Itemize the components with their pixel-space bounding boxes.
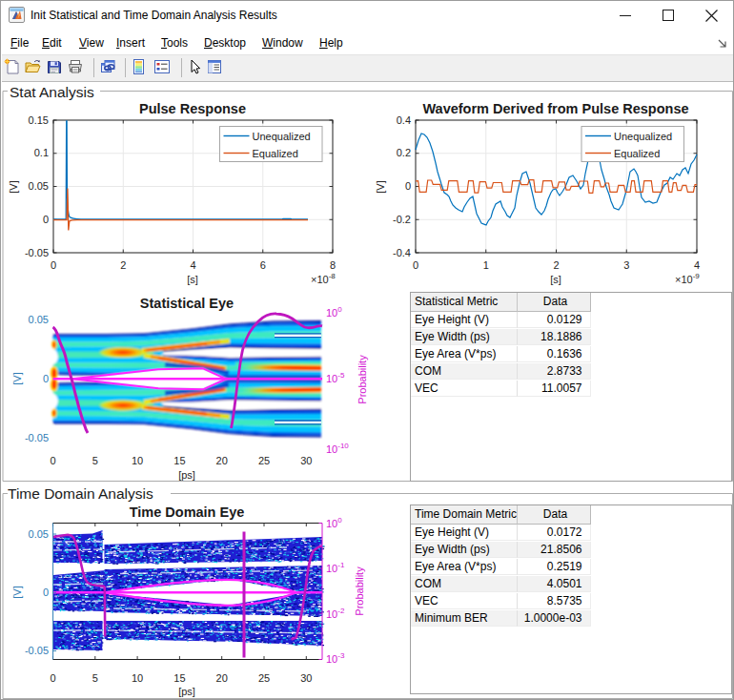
svg-text:0: 0: [43, 214, 49, 225]
svg-text:Waveform Derived from Pulse Re: Waveform Derived from Pulse Response: [422, 101, 688, 116]
svg-text:0.1: 0.1: [34, 147, 49, 158]
svg-text:Unequalized: Unequalized: [614, 131, 672, 142]
svg-text:0.15: 0.15: [29, 114, 49, 126]
svg-text:5: 5: [92, 672, 98, 684]
svg-text:20: 20: [216, 455, 228, 466]
svg-text:[V]: [V]: [11, 586, 23, 598]
svg-text:10: 10: [132, 455, 143, 466]
svg-text:5: 5: [92, 455, 98, 466]
svg-text:10-10: 10-10: [326, 442, 349, 455]
svg-text:10-2: 10-2: [326, 607, 345, 620]
svg-text:30: 30: [300, 672, 312, 684]
svg-text:-0.4: -0.4: [393, 247, 411, 258]
svg-text:[s]: [s]: [550, 274, 561, 285]
svg-text:0.05: 0.05: [29, 180, 49, 192]
svg-text:100: 100: [326, 305, 342, 319]
svg-text:[ps]: [ps]: [178, 686, 195, 697]
svg-text:×10-8: ×10-8: [311, 272, 336, 285]
svg-text:0: 0: [43, 587, 49, 598]
svg-text:25: 25: [258, 672, 270, 684]
svg-text:-0.05: -0.05: [25, 247, 49, 258]
svg-text:0: 0: [405, 180, 411, 192]
svg-text:[s]: [s]: [187, 274, 198, 285]
svg-text:2: 2: [120, 259, 126, 271]
svg-text:0: 0: [50, 455, 55, 466]
svg-text:1: 1: [483, 259, 489, 271]
svg-text:Time Domain Eye: Time Domain Eye: [130, 504, 245, 520]
svg-text:Statistical Eye: Statistical Eye: [140, 296, 234, 311]
svg-text:[ps]: [ps]: [178, 469, 195, 481]
svg-text:0: 0: [43, 373, 49, 384]
svg-text:2: 2: [553, 259, 559, 271]
svg-text:0.4: 0.4: [397, 114, 411, 126]
svg-text:[V]: [V]: [11, 372, 23, 384]
svg-text:0.05: 0.05: [29, 528, 49, 540]
svg-text:0.05: 0.05: [29, 314, 49, 325]
svg-text:[V]: [V]: [375, 180, 386, 193]
svg-text:10-5: 10-5: [326, 371, 345, 384]
svg-text:4: 4: [190, 259, 195, 271]
svg-text:15: 15: [173, 455, 185, 466]
svg-text:-0.05: -0.05: [25, 432, 49, 443]
svg-text:0: 0: [50, 672, 55, 684]
svg-text:10-1: 10-1: [326, 561, 345, 574]
svg-text:4: 4: [694, 259, 700, 271]
svg-text:10-3: 10-3: [326, 651, 345, 665]
svg-text:Unequalized: Unequalized: [253, 131, 311, 142]
svg-text:-0.05: -0.05: [25, 645, 49, 656]
svg-text:100: 100: [326, 516, 342, 529]
svg-text:Equalized: Equalized: [253, 148, 298, 159]
svg-text:[V]: [V]: [8, 180, 19, 193]
svg-text:20: 20: [216, 672, 228, 684]
svg-text:6: 6: [260, 259, 266, 271]
svg-text:3: 3: [623, 259, 629, 271]
svg-text:30: 30: [300, 455, 312, 466]
svg-text:0: 0: [413, 259, 418, 271]
svg-text:10: 10: [132, 672, 143, 684]
svg-text:0: 0: [51, 259, 56, 271]
svg-text:Pulse Response: Pulse Response: [139, 101, 246, 116]
svg-text:×10-9: ×10-9: [675, 272, 700, 285]
svg-text:Probability: Probability: [354, 566, 365, 616]
svg-text:Probability: Probability: [357, 355, 368, 404]
svg-text:Equalized: Equalized: [614, 148, 660, 159]
svg-text:15: 15: [173, 672, 185, 684]
svg-text:25: 25: [258, 455, 270, 466]
svg-text:0.2: 0.2: [397, 147, 411, 158]
svg-text:-0.2: -0.2: [393, 214, 411, 225]
svg-text:8: 8: [330, 259, 336, 271]
